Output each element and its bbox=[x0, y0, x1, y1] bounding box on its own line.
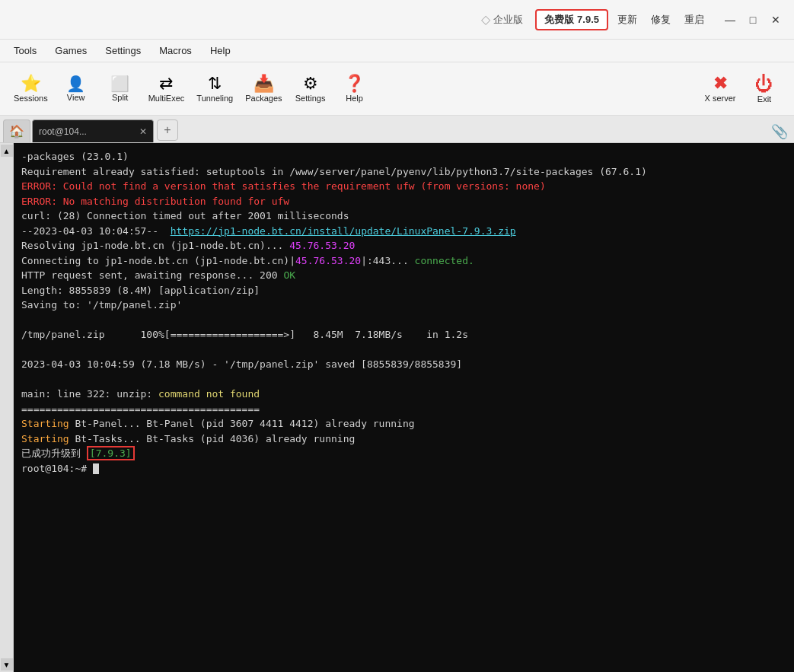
minimize-button[interactable]: — bbox=[719, 9, 741, 30]
update-button[interactable]: 更新 bbox=[613, 11, 642, 29]
view-label: View bbox=[67, 93, 85, 102]
multiexec-icon: ⇄ bbox=[159, 75, 173, 92]
menu-macros[interactable]: Macros bbox=[151, 43, 199, 58]
help-icon: ❓ bbox=[344, 75, 365, 92]
exit-button[interactable]: ⏻ Exit bbox=[744, 66, 785, 112]
split-icon: ⬜ bbox=[110, 76, 129, 91]
side-scrollbar[interactable]: ▲ ▼ bbox=[0, 143, 14, 672]
xserver-icon: ✖ bbox=[713, 75, 727, 92]
scroll-up-button[interactable]: ▲ bbox=[1, 145, 13, 157]
settings-label: Settings bbox=[295, 94, 326, 103]
session-tab-name: root@104... bbox=[39, 126, 87, 137]
exit-icon: ⏻ bbox=[755, 75, 773, 93]
sessions-icon: ⭐ bbox=[21, 75, 41, 92]
close-button[interactable]: ✕ bbox=[765, 9, 786, 30]
home-tab[interactable]: 🏠 bbox=[3, 119, 30, 142]
toolbar: ⭐ Sessions 👤 View ⬜ Split ⇄ MultiExec ⇅ … bbox=[0, 62, 794, 116]
help-button[interactable]: ❓ Help bbox=[334, 66, 375, 112]
enterprise-label: 企业版 bbox=[493, 13, 523, 27]
split-button[interactable]: ⬜ Split bbox=[100, 66, 141, 112]
tab-bar-right: 📎 bbox=[771, 123, 794, 142]
enterprise-button[interactable]: ◇ 企业版 bbox=[474, 9, 531, 30]
sessions-button[interactable]: ⭐ Sessions bbox=[9, 66, 53, 112]
split-label: Split bbox=[112, 93, 128, 102]
tunneling-label: Tunneling bbox=[196, 94, 233, 103]
menu-tools[interactable]: Tools bbox=[6, 43, 44, 58]
window-controls: — □ ✕ bbox=[719, 9, 786, 30]
menu-games[interactable]: Games bbox=[47, 43, 94, 58]
menu-help[interactable]: Help bbox=[202, 43, 238, 58]
session-tab[interactable]: root@104... ✕ bbox=[32, 119, 154, 142]
repair-button[interactable]: 修复 bbox=[646, 11, 675, 29]
settings-button[interactable]: ⚙ Settings bbox=[290, 66, 331, 112]
free-version-button[interactable]: 免费版 7.9.5 bbox=[535, 9, 608, 30]
settings-icon: ⚙ bbox=[303, 75, 318, 92]
terminal[interactable]: -packages (23.0.1) Requirement already s… bbox=[14, 143, 794, 672]
packages-button[interactable]: 📥 Packages bbox=[241, 66, 286, 112]
tunneling-button[interactable]: ⇅ Tunneling bbox=[192, 66, 238, 112]
tab-bar: 🏠 root@104... ✕ + 📎 bbox=[0, 116, 794, 143]
top-banner: ◇ 企业版 免费版 7.9.5 更新 修复 重启 — □ ✕ bbox=[0, 0, 794, 40]
home-icon: 🏠 bbox=[9, 124, 24, 139]
scroll-down-button[interactable]: ▼ bbox=[1, 658, 13, 670]
view-button[interactable]: 👤 View bbox=[56, 66, 97, 112]
add-icon: + bbox=[164, 123, 171, 137]
help-label: Help bbox=[346, 94, 363, 103]
packages-icon: 📥 bbox=[254, 75, 274, 92]
diamond-icon: ◇ bbox=[481, 12, 490, 27]
maximize-button[interactable]: □ bbox=[742, 9, 764, 30]
main-area: ▲ ▼ -packages (23.0.1) Requirement alrea… bbox=[0, 143, 794, 672]
menu-bar: Tools Games Settings Macros Help bbox=[0, 40, 794, 62]
new-tab-button[interactable]: + bbox=[157, 119, 178, 141]
exit-label: Exit bbox=[757, 94, 771, 104]
sessions-label: Sessions bbox=[14, 94, 48, 103]
view-icon: 👤 bbox=[66, 76, 85, 91]
multiexec-label: MultiExec bbox=[148, 94, 185, 103]
terminal-output: -packages (23.0.1) Requirement already s… bbox=[21, 149, 786, 476]
multiexec-button[interactable]: ⇄ MultiExec bbox=[144, 66, 190, 112]
menu-settings[interactable]: Settings bbox=[97, 43, 148, 58]
xserver-label: X server bbox=[705, 94, 736, 103]
paperclip-icon[interactable]: 📎 bbox=[771, 123, 788, 140]
xserver-button[interactable]: ✖ X server bbox=[700, 66, 741, 112]
restart-button[interactable]: 重启 bbox=[680, 11, 709, 29]
packages-label: Packages bbox=[245, 94, 282, 103]
tunneling-icon: ⇅ bbox=[208, 75, 222, 92]
tab-close-button[interactable]: ✕ bbox=[139, 126, 147, 137]
